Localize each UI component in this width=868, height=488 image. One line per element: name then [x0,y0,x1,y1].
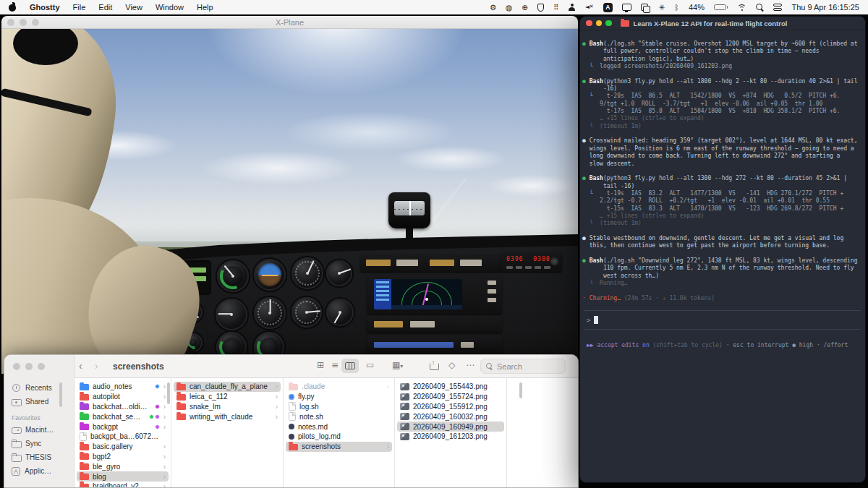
close-button[interactable] [586,20,592,27]
swirl-menu-icon[interactable]: ✳ [659,0,665,14]
terminal-titlebar[interactable]: Learn X-Plane 12 API for real-time fligh… [580,17,865,30]
terminal-line: └ t-19s IAS 83.2 ALT 1477/1300 VS -141 H… [582,190,862,197]
finder-traffic-lights[interactable] [13,363,45,370]
menu-window[interactable]: Window [156,3,184,12]
tag-icon[interactable]: ◇ [448,360,455,370]
finder-row[interactable]: bgpt2› [77,452,169,462]
finder-row[interactable]: snake_lm› [174,402,281,412]
close-button[interactable] [13,363,20,370]
bluetooth-icon[interactable]: ᛒ [675,0,679,14]
transponder: 0396 0300 [501,252,562,272]
sidebar-scrollbar[interactable] [59,382,62,407]
camera-menu-icon[interactable]: ◍ [506,0,512,14]
finder-row[interactable]: screenshots› [286,442,392,452]
cockpit-view[interactable]: 0396 0300 [1,29,578,374]
sidebar-item-shared[interactable]: Shared [4,395,74,408]
sidebar-item-applic[interactable]: AApplic… [4,464,74,478]
finder-row[interactable]: basic.gallery› [77,442,169,452]
file-name: 20260409_155724.png [413,393,488,401]
finder-row[interactable]: log.sh [286,402,392,412]
view-columns-icon[interactable] [345,362,355,369]
gear-menu-icon[interactable]: ⚙ [490,0,496,14]
finder-row[interactable]: leica_c_112› [174,392,281,402]
finder-row[interactable]: can_claude_fly_a_plane› [174,382,281,392]
finder-row[interactable]: .claude› [286,382,392,392]
finder-row[interactable]: note.sh [286,411,392,421]
view-gallery-icon[interactable]: ▭ [366,360,374,370]
zoom-button[interactable] [605,20,612,27]
sidebar-item-recents[interactable]: Recents [4,381,74,395]
back-button[interactable]: ‹ [79,360,82,372]
menu-ghostty[interactable]: Ghostty [30,3,60,12]
folder-icon [80,424,89,430]
stage-manager-icon[interactable] [641,4,650,12]
column4-scrollbar[interactable] [519,382,522,398]
terminal-line [582,287,862,294]
more-actions-icon[interactable]: ⋯ [466,360,475,370]
finder-row[interactable]: autopilot› [77,392,169,402]
sidebar-item-macint[interactable]: Macint… [4,423,74,437]
terminal-traffic-lights[interactable] [586,20,612,27]
battery-icon[interactable] [714,4,728,11]
minimize-button[interactable] [25,363,33,370]
finder-row[interactable]: backchat_server› [77,411,169,421]
finder-row[interactable]: fly.py [286,392,392,402]
spotlight-icon[interactable] [756,4,764,12]
terminal-line: west across th…) [582,273,862,280]
menu-edit[interactable]: Edit [98,3,112,12]
finder-row[interactable]: backgpt› [77,421,169,432]
minimize-button[interactable] [596,20,603,27]
finder-row[interactable]: 20260409_155724.png [397,392,504,402]
terminal-line: 2.2/tgt -0.7 ROLL +0.2/tgt +1 elev -0.01… [582,197,862,205]
a-badge-icon[interactable]: A [603,3,613,12]
file-name: snake_lm [190,403,221,411]
share-icon[interactable] [430,361,438,370]
finder-row[interactable]: writing_with_claude› [174,411,281,421]
folder-icon [176,394,186,401]
finder-row[interactable]: notes.md [286,421,392,432]
shield-menu-icon[interactable] [537,4,544,12]
terminal-body[interactable]: ● Bash(./log.sh "Stable cruise. Overshot… [580,30,865,348]
forward-button[interactable]: › [95,360,98,372]
finder-row[interactable]: backgpt_ba…6072025.zip [77,432,169,442]
finder-row[interactable]: pilots_log.md [286,432,392,442]
menu-view[interactable]: View [125,3,142,12]
menu-help[interactable]: Help [197,3,213,12]
finder-row[interactable]: blog› [77,471,169,481]
finder-row[interactable]: 20260409_155912.png [397,402,504,412]
group-by-icon[interactable]: ▦▾ [392,360,403,370]
terminal-prompt[interactable]: > [584,310,861,330]
grid-menu-icon[interactable]: ⠿ [553,0,559,14]
menu-file[interactable]: File [73,3,86,12]
finder-row[interactable]: 20260409_160949.png [397,421,504,432]
finder-row[interactable]: 20260409_161203.png [397,432,504,442]
finder-column: audio_notes›autopilot›backchat…olding_we… [75,378,171,488]
search-field[interactable]: Search [480,359,566,374]
view-grid-icon[interactable]: ⊞ [317,360,324,370]
column1-scrollbar[interactable] [167,382,170,404]
wifi-icon[interactable] [737,4,746,11]
user-menu-icon[interactable] [569,4,576,12]
finder-row[interactable]: backchat…olding_web› [77,402,169,412]
file-name: 20260409_161203.png [413,432,488,440]
terminal-line [582,250,862,257]
finder-row[interactable]: ble_gyro› [77,461,169,471]
apple-menu-icon[interactable] [9,3,17,12]
terminal-line [582,130,862,137]
finder-row[interactable]: 20260409_155443.png [397,382,504,392]
muted-speaker-icon[interactable] [585,4,594,12]
view-list-icon[interactable]: ≡ [331,360,339,370]
finder-row[interactable]: audio_notes› [77,382,169,392]
magnetic-compass [388,192,430,228]
zoom-button[interactable] [38,363,45,370]
sidebar-item-sync[interactable]: Sync [4,437,74,450]
helm-menu-icon[interactable]: ⊕ [522,0,528,14]
finder-row[interactable]: braidboard_v2› [77,481,169,488]
menu-clock[interactable]: Thu 9 Apr 16:15:25 [791,3,859,12]
display-menu-icon[interactable] [622,4,631,11]
finder-row[interactable]: 20260409_160032.png [397,411,504,421]
control-center-icon[interactable] [773,4,782,12]
sidebar-item-thesis[interactable]: THESIS [4,450,74,464]
xplane-titlebar[interactable]: X-Plane [1,16,578,29]
chevron-right-icon: › [276,403,278,411]
